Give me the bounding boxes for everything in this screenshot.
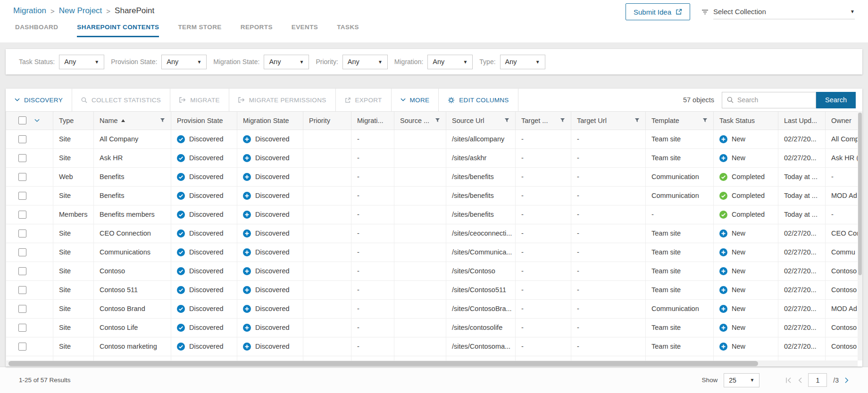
chevron-down-icon[interactable] (34, 119, 40, 123)
row-checkbox[interactable] (18, 343, 26, 351)
filter-select-migration-state[interactable]: Any▼ (264, 55, 309, 69)
row-checkbox[interactable] (18, 305, 26, 313)
status-label: Discovered (255, 305, 290, 312)
cell-migration_state: Discovered (237, 224, 303, 243)
column-header-task_status[interactable]: Task Status (714, 112, 778, 130)
tab-tasks[interactable]: TASKS (337, 24, 359, 37)
filter-select-priority[interactable]: Any▼ (342, 55, 388, 69)
cell-source_url: /sites/benefits (446, 186, 516, 205)
horizontal-scrollbar[interactable] (6, 360, 858, 367)
column-header-last_updated[interactable]: Last Upd... (778, 112, 826, 130)
funnel-icon[interactable] (702, 118, 708, 123)
next-page-button[interactable] (845, 377, 849, 384)
cell-task_status: New (714, 299, 778, 318)
status-label: Discovered (255, 192, 290, 199)
filter-select-provision-state[interactable]: Any▼ (161, 55, 207, 69)
filter-value: Any (269, 58, 281, 66)
column-header-owner[interactable]: Owner (826, 112, 863, 130)
chevron-down-icon (15, 98, 20, 102)
check-circle-icon (719, 173, 727, 181)
status-label: New (732, 267, 745, 275)
status-label: Discovered (189, 211, 224, 218)
filter-select-task-status[interactable]: Any▼ (59, 55, 104, 69)
status-label: Completed (732, 173, 765, 180)
discovery-button[interactable]: DISCOVERY (6, 89, 72, 111)
funnel-icon[interactable] (504, 118, 509, 123)
breadcrumb-link-migration[interactable]: Migration (13, 6, 46, 16)
cell-template: Communication (646, 299, 714, 318)
cell-source_url: /sites/benefits (446, 205, 516, 224)
cell-target: - (516, 130, 571, 148)
status-badge: Discovered (243, 248, 297, 256)
column-header-priority[interactable]: Priority (303, 112, 351, 130)
filter-select-type[interactable]: Any▼ (500, 55, 545, 69)
cell-template (646, 356, 714, 360)
funnel-icon[interactable] (435, 118, 440, 123)
row-checkbox[interactable] (18, 154, 26, 162)
status-badge: Discovered (177, 267, 231, 275)
more-button[interactable]: MORE (392, 89, 439, 111)
tab-sharepoint-contents[interactable]: SHAREPOINT CONTENTS (77, 24, 159, 37)
migrate-icon (179, 97, 186, 103)
column-header-name[interactable]: Name (94, 112, 171, 130)
funnel-icon[interactable] (160, 118, 165, 123)
tab-events[interactable]: EVENTS (292, 24, 318, 37)
vertical-scrollbar-thumb[interactable] (858, 113, 862, 275)
select-all-checkbox[interactable] (18, 116, 26, 124)
row-checkbox[interactable] (18, 192, 26, 200)
funnel-icon[interactable] (634, 118, 640, 123)
edit-columns-button[interactable]: EDIT COLUMNS (439, 89, 518, 111)
column-header-template[interactable]: Template (646, 112, 714, 130)
cell-select (6, 262, 53, 280)
row-checkbox[interactable] (18, 135, 26, 143)
plus-circle-icon (719, 343, 727, 351)
row-checkbox[interactable] (18, 324, 26, 332)
vertical-scrollbar[interactable] (858, 111, 862, 360)
row-checkbox[interactable] (18, 286, 26, 294)
row-checkbox[interactable] (18, 229, 26, 237)
cell-select (6, 318, 53, 337)
page-size-value: 25 (729, 377, 736, 384)
cell-source_url: /sites/Contoso511 (446, 280, 516, 299)
status-badge: New (719, 324, 772, 332)
plus-circle-icon (719, 154, 727, 162)
table-row: SiteContoso 511DiscoveredDiscovered-/sit… (6, 280, 863, 299)
page-input[interactable] (808, 373, 827, 387)
prev-page-button[interactable] (798, 377, 802, 384)
column-header-migration_state[interactable]: Migration State (237, 112, 303, 130)
horizontal-scrollbar-thumb[interactable] (8, 361, 758, 366)
filter-select-migration[interactable]: Any▼ (427, 55, 473, 69)
tab-reports[interactable]: REPORTS (241, 24, 273, 37)
funnel-icon[interactable] (560, 118, 565, 123)
row-checkbox[interactable] (18, 173, 26, 181)
table-row: SiteBenefitsDiscoveredDiscovered-/sites/… (6, 186, 863, 205)
chevron-down-icon (401, 98, 406, 102)
column-header-source_url[interactable]: Source Url (446, 112, 516, 130)
first-page-button[interactable] (785, 377, 792, 384)
cell-template: Team site (646, 130, 714, 148)
cell-priority (303, 280, 351, 299)
column-header-inner (12, 116, 47, 124)
column-header-inner: Migration State (243, 117, 297, 124)
search-button[interactable]: Search (816, 92, 856, 108)
column-header-source[interactable]: Source ... (394, 112, 446, 130)
tab-term-store[interactable]: TERM STORE (178, 24, 221, 37)
status-label: Discovered (189, 229, 224, 237)
row-checkbox[interactable] (18, 211, 26, 219)
row-checkbox[interactable] (18, 267, 26, 275)
cell-migration_state: Discovered (237, 186, 303, 205)
column-header-migration[interactable]: Migrati... (351, 112, 394, 130)
select-collection-dropdown[interactable]: Select Collection ▼ (713, 4, 855, 19)
page-size-select[interactable]: 25 ▼ (724, 373, 760, 387)
column-header-target[interactable]: Target ... (516, 112, 571, 130)
column-header-type[interactable]: Type (53, 112, 94, 130)
search-input[interactable] (737, 96, 808, 104)
breadcrumb-link-new-project[interactable]: New Project (59, 6, 102, 16)
status-label: Discovered (255, 154, 290, 162)
status-badge: Discovered (177, 154, 231, 162)
submit-idea-button[interactable]: Submit Idea (626, 3, 690, 20)
column-header-provision_state[interactable]: Provision State (171, 112, 237, 130)
row-checkbox[interactable] (18, 248, 26, 256)
tab-dashboard[interactable]: DASHBOARD (15, 24, 58, 37)
column-header-target_url[interactable]: Target Url (571, 112, 646, 130)
